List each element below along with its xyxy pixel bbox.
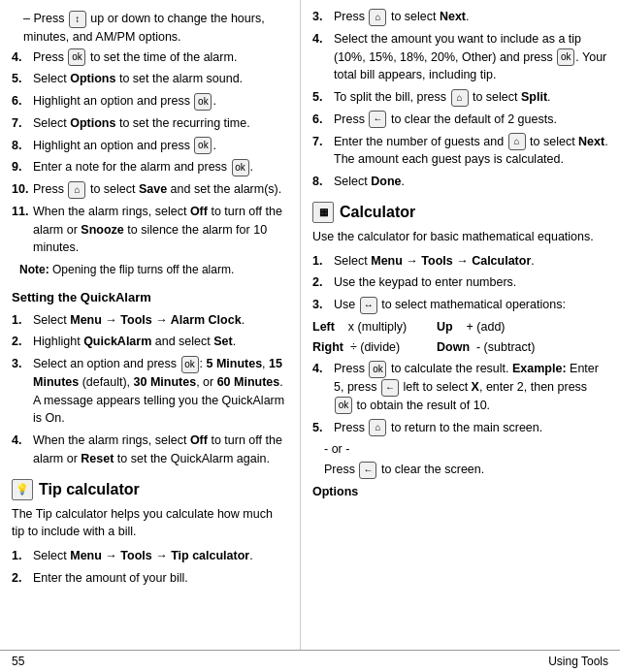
op-row-1: Left x (multiply) Up + (add)	[312, 318, 608, 336]
nav-icon: ↔	[360, 297, 377, 314]
op-label: Left	[312, 320, 335, 334]
home-icon: ⌂	[369, 419, 386, 436]
calc-list-2: 4. Press ok to calculate the result. Exa…	[312, 360, 608, 436]
calc-icon: ▦	[312, 202, 334, 223]
dash-item: – Press ↕ up or down to change the hours…	[23, 10, 288, 47]
tip-calc-icon: 💡	[12, 479, 33, 500]
footer-bar: 55 Using Tools	[0, 650, 620, 672]
back-icon: ←	[359, 462, 376, 479]
left-column: – Press ↕ up or down to change the hours…	[0, 0, 301, 650]
op-label: Down	[437, 340, 470, 354]
list-item: 3. Select an option and press ok: 5 Minu…	[12, 355, 288, 428]
list-item: 5. Press ⌂ to return to the main screen.	[312, 419, 608, 437]
list-item: 8. Highlight an option and press ok.	[12, 137, 288, 155]
list-item: 4. Press ok to set the time of the alarm…	[12, 48, 288, 67]
operations-table: Left x (multiply) Up + (add) Right ÷ (di…	[312, 318, 608, 357]
list-item: 7. Enter the number of guests and ⌂ to s…	[312, 133, 608, 170]
quick-alarm-heading: Setting the QuickAlarm	[12, 288, 288, 307]
nav-icon: ⌂	[451, 89, 469, 107]
note-text: Opening the flip turns off the alarm.	[52, 263, 234, 276]
list-item: 1. Select Menu → Tools → Tip calculator.	[12, 547, 288, 565]
tip-list: 1. Select Menu → Tools → Tip calculator.…	[12, 547, 288, 588]
op-row-2: Right ÷ (divide) Down - (subtract)	[312, 338, 608, 357]
list-item: 4. Press ok to calculate the result. Exa…	[312, 360, 608, 414]
nav-icon: ⌂	[508, 133, 526, 150]
ok-icon: ok	[557, 48, 574, 66]
content-area: – Press ↕ up or down to change the hours…	[0, 0, 620, 650]
op-label: Right	[312, 340, 343, 354]
calc-heading: ▦ Calculator	[312, 201, 608, 224]
press-back-line: Press ← to clear the screen.	[324, 461, 608, 479]
op-value: + (add)	[467, 320, 506, 334]
list-item: 2. Enter the amount of your bill.	[12, 569, 288, 588]
calc-title: Calculator	[340, 201, 415, 224]
list-item: 5. Select Options to set the alarm sound…	[12, 70, 288, 88]
list-item: 3. Use ↔ to select mathematical operatio…	[312, 296, 608, 314]
list-item: 1. Select Menu → Tools → Alarm Clock.	[12, 311, 288, 330]
list-item: 3. Press ⌂ to select Next.	[312, 8, 608, 26]
ok-icon: ok	[369, 361, 386, 378]
footer-section-title: Using Tools	[548, 655, 608, 668]
nav-icon: ⌂	[369, 9, 386, 26]
list-item: 1. Select Menu → Tools → Calculator.	[312, 252, 608, 271]
op-value: ÷ (divide)	[350, 340, 400, 354]
ok-icon: ok	[68, 48, 85, 66]
list-item: 9. Enter a note for the alarm and press …	[12, 158, 288, 176]
back-icon: ←	[369, 111, 386, 128]
nav-icon: ↕	[69, 11, 86, 28]
op-label: Up	[437, 320, 453, 334]
list-item: 2. Use the keypad to enter numbers.	[312, 273, 608, 292]
note-block: Note: Opening the flip turns off the ala…	[19, 261, 288, 278]
dash-text: – Press ↕ up or down to change the hours…	[23, 12, 265, 44]
footer-page-number: 55	[12, 655, 24, 668]
list-item: 7. Select Options to set the recurring t…	[12, 114, 288, 133]
ok-icon: ok	[181, 356, 199, 373]
tip-intro: The Tip calculator helps you calculate h…	[12, 505, 288, 542]
list-item: 4. When the alarm rings, select Off to t…	[12, 432, 288, 468]
tip-calc-title: Tip calculator	[39, 478, 140, 501]
page-container: – Press ↕ up or down to change the hours…	[0, 0, 620, 672]
list-item: 10. Press ⌂ to select Save and set the a…	[12, 180, 288, 199]
ok-icon: ok	[194, 93, 212, 111]
right-column: 3. Press ⌂ to select Next. 4. Select the…	[301, 0, 620, 650]
or-line: - or -	[324, 440, 608, 459]
nav-icon: ←	[381, 379, 399, 397]
alarm-list: 4. Press ok to set the time of the alarm…	[12, 48, 288, 258]
calc-intro: Use the calculator for basic mathematica…	[312, 228, 608, 246]
op-cell: Right ÷ (divide)	[312, 338, 429, 357]
nav-icon: ⌂	[68, 181, 85, 199]
list-item: 2. Highlight QuickAlarm and select Set.	[12, 333, 288, 351]
list-item: 4. Select the amount you want to include…	[312, 30, 608, 84]
list-item: 6. Press ← to clear the default of 2 gue…	[312, 111, 608, 129]
op-cell: Down - (subtract)	[437, 338, 553, 357]
options-label: Options	[312, 483, 608, 501]
list-item: 8. Select Done.	[312, 173, 608, 191]
ok-icon: ok	[335, 397, 352, 414]
op-value: - (subtract)	[476, 340, 535, 354]
op-cell: Left x (multiply)	[312, 318, 429, 336]
note-label: Note:	[19, 263, 49, 276]
op-cell: Up + (add)	[437, 318, 553, 336]
list-item: 11. When the alarm rings, select Off to …	[12, 203, 288, 257]
tip-continued-list: 3. Press ⌂ to select Next. 4. Select the…	[312, 8, 608, 191]
calc-list: 1. Select Menu → Tools → Calculator. 2. …	[312, 252, 608, 314]
op-value: x (multiply)	[348, 320, 407, 334]
ok-icon: ok	[232, 159, 249, 176]
quick-alarm-list: 1. Select Menu → Tools → Alarm Clock. 2.…	[12, 311, 288, 468]
list-item: 6. Highlight an option and press ok.	[12, 92, 288, 111]
list-item: 5. To split the bill, press ⌂ to select …	[312, 88, 608, 107]
tip-calc-heading: 💡 Tip calculator	[12, 478, 288, 501]
ok-icon: ok	[194, 137, 212, 154]
